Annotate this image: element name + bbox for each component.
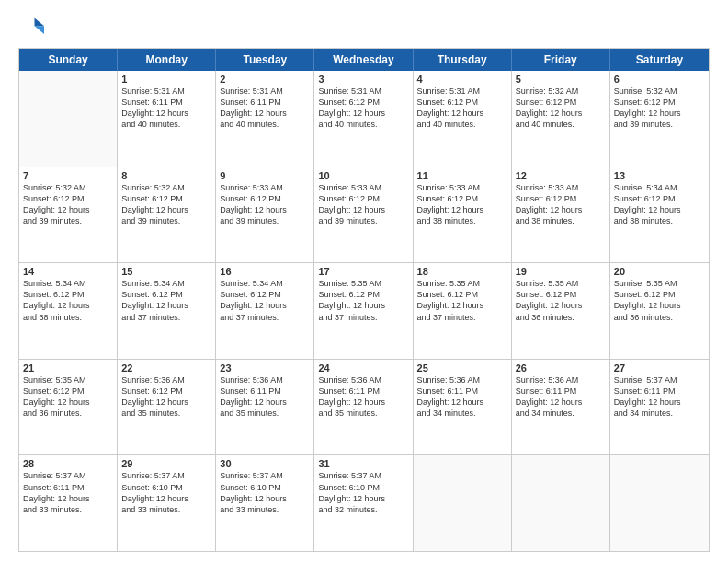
calendar-cell: 17Sunrise: 5:35 AM Sunset: 6:12 PM Dayli… bbox=[314, 263, 413, 359]
calendar-header-day: Sunday bbox=[19, 49, 118, 71]
calendar-cell bbox=[610, 455, 709, 551]
cell-info: Sunrise: 5:36 AM Sunset: 6:11 PM Dayligh… bbox=[516, 374, 606, 419]
day-number: 5 bbox=[516, 74, 606, 85]
day-number: 1 bbox=[121, 74, 211, 85]
calendar-cell: 9Sunrise: 5:33 AM Sunset: 6:12 PM Daylig… bbox=[216, 167, 314, 263]
cell-info: Sunrise: 5:32 AM Sunset: 6:12 PM Dayligh… bbox=[23, 182, 113, 227]
day-number: 22 bbox=[121, 362, 211, 373]
calendar-cell: 3Sunrise: 5:31 AM Sunset: 6:12 PM Daylig… bbox=[314, 71, 413, 167]
calendar-week-row: 1Sunrise: 5:31 AM Sunset: 6:11 PM Daylig… bbox=[19, 71, 709, 167]
calendar-body: 1Sunrise: 5:31 AM Sunset: 6:11 PM Daylig… bbox=[19, 71, 709, 551]
calendar-week-row: 14Sunrise: 5:34 AM Sunset: 6:12 PM Dayli… bbox=[19, 263, 709, 360]
calendar-header-day: Thursday bbox=[414, 49, 512, 71]
svg-marker-1 bbox=[35, 26, 45, 34]
calendar-cell: 23Sunrise: 5:36 AM Sunset: 6:11 PM Dayli… bbox=[216, 360, 314, 455]
calendar-cell bbox=[414, 455, 512, 551]
calendar-cell: 22Sunrise: 5:36 AM Sunset: 6:12 PM Dayli… bbox=[118, 360, 216, 455]
calendar-cell: 13Sunrise: 5:34 AM Sunset: 6:12 PM Dayli… bbox=[610, 167, 709, 263]
calendar-cell bbox=[19, 71, 118, 167]
cell-info: Sunrise: 5:35 AM Sunset: 6:12 PM Dayligh… bbox=[318, 278, 408, 323]
calendar-cell: 27Sunrise: 5:37 AM Sunset: 6:11 PM Dayli… bbox=[610, 360, 709, 455]
day-number: 26 bbox=[516, 362, 606, 373]
day-number: 20 bbox=[614, 266, 705, 277]
day-number: 24 bbox=[318, 362, 408, 373]
day-number: 27 bbox=[614, 362, 705, 373]
calendar: SundayMondayTuesdayWednesdayThursdayFrid… bbox=[18, 48, 710, 552]
calendar-cell: 30Sunrise: 5:37 AM Sunset: 6:10 PM Dayli… bbox=[216, 455, 314, 551]
calendar-cell: 16Sunrise: 5:34 AM Sunset: 6:12 PM Dayli… bbox=[216, 263, 314, 359]
day-number: 18 bbox=[417, 266, 507, 277]
cell-info: Sunrise: 5:36 AM Sunset: 6:11 PM Dayligh… bbox=[220, 374, 310, 419]
cell-info: Sunrise: 5:33 AM Sunset: 6:12 PM Dayligh… bbox=[220, 182, 310, 227]
cell-info: Sunrise: 5:36 AM Sunset: 6:12 PM Dayligh… bbox=[121, 374, 211, 419]
calendar-cell: 6Sunrise: 5:32 AM Sunset: 6:12 PM Daylig… bbox=[610, 71, 709, 167]
calendar-cell: 11Sunrise: 5:33 AM Sunset: 6:12 PM Dayli… bbox=[414, 167, 512, 263]
day-number: 28 bbox=[23, 458, 113, 469]
calendar-cell: 1Sunrise: 5:31 AM Sunset: 6:11 PM Daylig… bbox=[118, 71, 216, 167]
calendar-header-day: Saturday bbox=[610, 49, 709, 71]
day-number: 30 bbox=[220, 458, 310, 469]
cell-info: Sunrise: 5:35 AM Sunset: 6:12 PM Dayligh… bbox=[614, 278, 705, 323]
cell-info: Sunrise: 5:37 AM Sunset: 6:11 PM Dayligh… bbox=[23, 470, 113, 515]
calendar-cell bbox=[512, 455, 610, 551]
cell-info: Sunrise: 5:32 AM Sunset: 6:12 PM Dayligh… bbox=[614, 86, 705, 131]
day-number: 6 bbox=[614, 74, 705, 85]
calendar-cell: 19Sunrise: 5:35 AM Sunset: 6:12 PM Dayli… bbox=[512, 263, 610, 359]
calendar-header-day: Monday bbox=[118, 49, 216, 71]
calendar-header-day: Tuesday bbox=[216, 49, 314, 71]
day-number: 13 bbox=[614, 170, 705, 181]
cell-info: Sunrise: 5:37 AM Sunset: 6:10 PM Dayligh… bbox=[318, 470, 408, 515]
calendar-cell: 31Sunrise: 5:37 AM Sunset: 6:10 PM Dayli… bbox=[314, 455, 413, 551]
logo-icon bbox=[18, 15, 44, 40]
day-number: 19 bbox=[516, 266, 606, 277]
cell-info: Sunrise: 5:37 AM Sunset: 6:10 PM Dayligh… bbox=[220, 470, 310, 515]
day-number: 9 bbox=[220, 170, 310, 181]
calendar-cell: 26Sunrise: 5:36 AM Sunset: 6:11 PM Dayli… bbox=[512, 360, 610, 455]
cell-info: Sunrise: 5:31 AM Sunset: 6:12 PM Dayligh… bbox=[417, 86, 507, 131]
day-number: 11 bbox=[417, 170, 507, 181]
cell-info: Sunrise: 5:37 AM Sunset: 6:10 PM Dayligh… bbox=[121, 470, 211, 515]
cell-info: Sunrise: 5:34 AM Sunset: 6:12 PM Dayligh… bbox=[614, 182, 705, 227]
day-number: 29 bbox=[121, 458, 211, 469]
day-number: 7 bbox=[23, 170, 113, 181]
day-number: 2 bbox=[220, 74, 310, 85]
calendar-cell: 21Sunrise: 5:35 AM Sunset: 6:12 PM Dayli… bbox=[19, 360, 118, 455]
calendar-header-day: Wednesday bbox=[314, 49, 413, 71]
cell-info: Sunrise: 5:31 AM Sunset: 6:12 PM Dayligh… bbox=[318, 86, 408, 131]
day-number: 8 bbox=[121, 170, 211, 181]
calendar-week-row: 7Sunrise: 5:32 AM Sunset: 6:12 PM Daylig… bbox=[19, 167, 709, 264]
calendar-week-row: 21Sunrise: 5:35 AM Sunset: 6:12 PM Dayli… bbox=[19, 360, 709, 456]
day-number: 4 bbox=[417, 74, 507, 85]
day-number: 3 bbox=[318, 74, 408, 85]
logo bbox=[18, 15, 48, 40]
day-number: 16 bbox=[220, 266, 310, 277]
day-number: 14 bbox=[23, 266, 113, 277]
calendar-cell: 12Sunrise: 5:33 AM Sunset: 6:12 PM Dayli… bbox=[512, 167, 610, 263]
calendar-cell: 15Sunrise: 5:34 AM Sunset: 6:12 PM Dayli… bbox=[118, 263, 216, 359]
calendar-cell: 25Sunrise: 5:36 AM Sunset: 6:11 PM Dayli… bbox=[414, 360, 512, 455]
cell-info: Sunrise: 5:34 AM Sunset: 6:12 PM Dayligh… bbox=[23, 278, 113, 323]
day-number: 10 bbox=[318, 170, 408, 181]
day-number: 15 bbox=[121, 266, 211, 277]
cell-info: Sunrise: 5:35 AM Sunset: 6:12 PM Dayligh… bbox=[23, 374, 113, 419]
day-number: 17 bbox=[318, 266, 408, 277]
calendar-cell: 28Sunrise: 5:37 AM Sunset: 6:11 PM Dayli… bbox=[19, 455, 118, 551]
cell-info: Sunrise: 5:37 AM Sunset: 6:11 PM Dayligh… bbox=[614, 374, 705, 419]
cell-info: Sunrise: 5:31 AM Sunset: 6:11 PM Dayligh… bbox=[121, 86, 211, 131]
calendar-cell: 4Sunrise: 5:31 AM Sunset: 6:12 PM Daylig… bbox=[414, 71, 512, 167]
day-number: 21 bbox=[23, 362, 113, 373]
cell-info: Sunrise: 5:32 AM Sunset: 6:12 PM Dayligh… bbox=[516, 86, 606, 131]
cell-info: Sunrise: 5:33 AM Sunset: 6:12 PM Dayligh… bbox=[516, 182, 606, 227]
cell-info: Sunrise: 5:36 AM Sunset: 6:11 PM Dayligh… bbox=[318, 374, 408, 419]
calendar-cell: 18Sunrise: 5:35 AM Sunset: 6:12 PM Dayli… bbox=[414, 263, 512, 359]
calendar-cell: 5Sunrise: 5:32 AM Sunset: 6:12 PM Daylig… bbox=[512, 71, 610, 167]
calendar-cell: 7Sunrise: 5:32 AM Sunset: 6:12 PM Daylig… bbox=[19, 167, 118, 263]
cell-info: Sunrise: 5:35 AM Sunset: 6:12 PM Dayligh… bbox=[417, 278, 507, 323]
header bbox=[18, 15, 710, 40]
cell-info: Sunrise: 5:33 AM Sunset: 6:12 PM Dayligh… bbox=[318, 182, 408, 227]
day-number: 12 bbox=[516, 170, 606, 181]
calendar-cell: 20Sunrise: 5:35 AM Sunset: 6:12 PM Dayli… bbox=[610, 263, 709, 359]
calendar-cell: 29Sunrise: 5:37 AM Sunset: 6:10 PM Dayli… bbox=[118, 455, 216, 551]
page: SundayMondayTuesdayWednesdayThursdayFrid… bbox=[0, 0, 728, 563]
svg-marker-0 bbox=[35, 18, 45, 27]
